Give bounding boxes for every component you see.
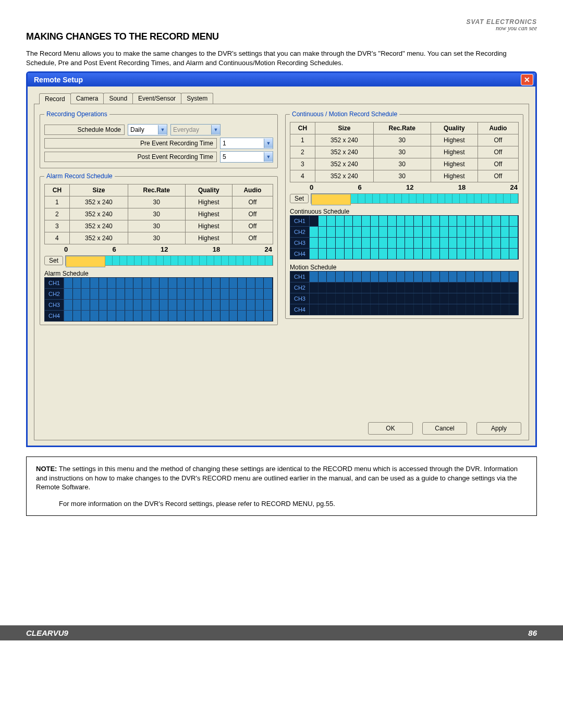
channel-label: CH1 [290,216,310,226]
continuous-set-bar[interactable] [311,193,519,204]
alarm-record-schedule-group: Alarm Record Schedule CHSizeRec.RateQual… [40,172,278,325]
schedule-mode-select[interactable]: Daily▼ [128,124,167,135]
table-header: Audio [232,184,273,196]
channel-label: CH4 [290,304,310,315]
channel-label: CH2 [290,282,310,293]
table-row[interactable]: 1352 x 24030HighestOff [290,134,519,146]
post-event-label: Post Event Recording Time [44,152,217,162]
cancel-button[interactable]: Cancel [422,422,467,435]
chevron-down-icon: ▼ [158,125,167,134]
continuous-ticks: 06121824 [290,182,519,192]
note-label: NOTE: [36,465,57,473]
note-p1: The settings in this menu and the method… [36,465,518,491]
footer-left: CLEARVU9 [26,628,68,637]
table-header: CH [45,184,70,196]
channel-label: CH3 [290,293,310,304]
channel-label: CH2 [290,227,310,237]
footer-right: 86 [528,628,537,637]
table-header: Size [315,122,373,134]
table-header: CH [290,122,315,134]
recording-operations-legend: Recording Operations [44,110,109,118]
post-event-select[interactable]: 5▼ [220,151,273,163]
table-row[interactable]: 4352 x 24030HighestOff [45,232,273,244]
table-row[interactable]: 2352 x 24030HighestOff [45,208,273,220]
schedule-mode-label: Schedule Mode [44,125,125,135]
chevron-down-icon: ▼ [264,139,273,148]
continuous-schedule-sublabel: Continuous Schedule [290,208,519,215]
page-footer: CLEARVU9 86 [0,625,563,640]
apply-button[interactable]: Apply [476,422,521,435]
brand-line2: now you can see [466,24,537,32]
channel-label: CH3 [45,300,64,310]
table-header: Size [69,184,128,196]
tab-panel: Recording Operations Schedule Mode Daily… [34,104,529,440]
tab-event-sensor[interactable]: Event/Sensor [132,93,181,104]
chevron-down-icon: ▼ [211,125,220,134]
table-header: Rec.Rate [128,184,185,196]
schedule-mode-sub-select: Everyday▼ [170,124,221,135]
continuous-set-button[interactable]: Set [290,194,309,203]
titlebar: Remote Setup ✕ [28,73,535,87]
alarm-set-bar[interactable] [65,255,273,266]
continuous-motion-legend: Continuous / Motion Record Schedule [290,110,399,118]
table-row[interactable]: 1352 x 24030HighestOff [45,196,273,208]
channel-label: CH2 [45,289,64,299]
alarm-ticks: 06121824 [44,244,273,254]
alarm-schedule-legend: Alarm Record Schedule [44,172,115,180]
close-button[interactable]: ✕ [521,74,533,85]
alarm-table: CHSizeRec.RateQualityAudio1352 x 24030Hi… [44,184,273,244]
pre-event-select[interactable]: 1▼ [220,138,273,149]
alarm-set-button[interactable]: Set [44,256,63,265]
table-header: Audio [478,122,518,134]
table-row[interactable]: 2352 x 24030HighestOff [290,146,519,158]
channel-label: CH4 [45,311,64,321]
channel-label: CH3 [290,238,310,248]
tab-record[interactable]: Record [39,93,71,104]
motion-schedule-sublabel: Motion Schedule [290,264,519,271]
close-icon: ✕ [524,76,530,84]
motion-schedule-grid[interactable]: CH1CH2CH3CH4 [290,271,519,315]
ok-button[interactable]: OK [368,422,413,435]
channel-label: CH1 [290,272,310,282]
table-header: Quality [431,122,478,134]
recording-operations-group: Recording Operations Schedule Mode Daily… [40,110,278,168]
note-p2: For more information on the DVR's Record… [59,499,527,509]
table-row[interactable]: 3352 x 24030HighestOff [45,220,273,232]
table-header: Quality [185,184,232,196]
tab-system[interactable]: System [181,93,213,104]
pre-event-label: Pre Event Recording Time [44,138,217,149]
intro-text: The Record Menu allows you to make the s… [26,49,537,67]
note-box: NOTE: The settings in this menu and the … [26,456,537,516]
continuous-motion-group: Continuous / Motion Record Schedule CHSi… [285,110,523,319]
alarm-schedule-sublabel: Alarm Schedule [44,270,273,277]
tab-camera[interactable]: Camera [70,93,104,104]
continuous-table: CHSizeRec.RateQualityAudio1352 x 24030Hi… [290,122,519,182]
brand-block: SVAT ELECTRONICS now you can see [466,18,537,32]
table-row[interactable]: 4352 x 24030HighestOff [290,170,519,182]
channel-label: CH1 [45,278,64,288]
table-row[interactable]: 3352 x 24030HighestOff [290,158,519,170]
alarm-schedule-grid[interactable]: CH1CH2CH3CH4 [44,277,273,322]
channel-label: CH4 [290,249,310,259]
continuous-schedule-grid[interactable]: CH1CH2CH3CH4 [290,215,519,260]
window-title: Remote Setup [30,76,83,84]
remote-setup-window: Remote Setup ✕ RecordCameraSoundEvent/Se… [26,71,537,447]
tab-sound[interactable]: Sound [103,93,133,104]
tabstrip: RecordCameraSoundEvent/SensorSystem [39,93,529,104]
section-heading: MAKING CHANGES TO THE RECORD MENU [26,31,537,42]
table-header: Rec.Rate [373,122,431,134]
chevron-down-icon: ▼ [264,152,273,162]
